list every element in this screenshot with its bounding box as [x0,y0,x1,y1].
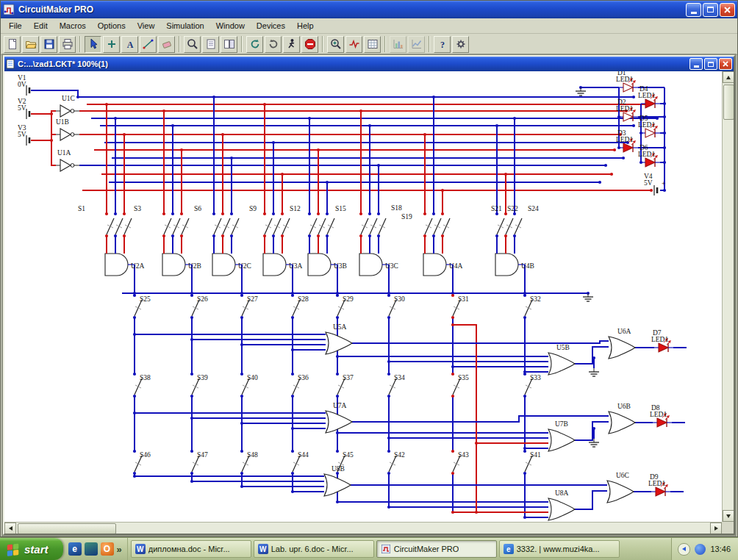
wire-tool-button[interactable] [140,36,157,53]
rotate-button[interactable] [246,36,263,53]
maximize-button[interactable] [703,3,718,17]
taskbar-task-word[interactable]: WLab. upr. 6.doc - Micr... [254,540,374,558]
scroll-down-button[interactable] [723,510,734,522]
switch[interactable] [273,218,281,234]
switch[interactable] [318,218,326,234]
switch[interactable] [434,218,441,234]
menu-file[interactable]: File [3,19,28,32]
switch[interactable] [379,218,386,234]
menu-devices[interactable]: Devices [251,19,291,32]
switch[interactable] [107,218,114,234]
switch[interactable] [425,218,432,234]
scroll-right-button[interactable] [710,523,722,534]
undo-button[interactable] [265,36,282,53]
open-button[interactable] [22,36,39,53]
taskbar-task-cm[interactable]: CircuitMaker PRO [376,540,497,558]
or-gate-U6C[interactable] [607,481,634,503]
or-gate-U7B[interactable] [548,429,575,451]
switch[interactable] [497,218,504,234]
or-gate-U6A[interactable] [609,337,635,359]
doc-minimize-button[interactable] [689,58,703,70]
quicklaunch-internet-icon[interactable]: e [68,542,82,556]
switch[interactable] [515,218,522,234]
switch[interactable] [232,218,239,234]
switch[interactable] [370,218,377,234]
new-sheet-button[interactable] [202,36,219,53]
probe-tool-button[interactable] [327,36,344,53]
tray-agent-icon[interactable] [695,544,706,555]
document-titlebar[interactable]: C:...\zad1.CKT* 100%(1) [4,57,734,71]
help-button[interactable]: ? [434,36,451,53]
or-gate-U5B[interactable] [548,353,575,375]
and-gate-U3C[interactable] [359,254,389,276]
print-button[interactable] [59,36,76,53]
inverter-U1C[interactable] [56,105,79,117]
menu-help[interactable]: Help [291,19,320,32]
text-tool-button[interactable]: A [121,36,138,53]
switch[interactable] [265,218,272,234]
switch[interactable] [164,218,171,234]
options-button[interactable] [452,36,469,53]
taskbar-task-word[interactable]: Wдипломна.doc - Micr... [131,540,251,558]
taskbar-task-ie[interactable]: e3332. | www.muzi4ka... [499,540,620,558]
save-button[interactable] [40,36,57,53]
new-button[interactable] [4,36,21,53]
select-tool-button[interactable] [85,36,101,53]
app-titlebar[interactable]: CircuitMaker PRO [1,1,737,18]
source-V3[interactable] [26,135,29,146]
and-gate-U4A[interactable] [423,254,453,276]
or-gate-U5A[interactable] [326,332,352,354]
source-V2[interactable] [26,109,29,119]
zoom-tool-button[interactable] [184,36,201,53]
switch[interactable] [506,218,513,234]
doc-close-button[interactable] [719,58,732,70]
scroll-up-button[interactable] [723,71,734,83]
menu-simulation[interactable]: Simulation [160,19,209,32]
run-simulation-button[interactable] [283,36,300,53]
switch[interactable] [124,218,132,234]
menu-edit[interactable]: Edit [28,19,54,32]
schematic[interactable]: V10VV25VV35VV45V+U1CU1BU1AU2AU2BU2CU3AU3… [4,71,723,522]
close-button[interactable] [720,3,735,17]
minimize-button[interactable] [686,3,701,17]
inverter-U1B[interactable] [56,129,79,140]
place-part-button[interactable] [103,36,120,53]
menu-macros[interactable]: Macros [54,19,92,32]
scroll-left-button[interactable] [4,523,16,534]
delete-tool-button[interactable] [158,36,175,53]
menu-options[interactable]: Options [92,19,132,32]
stop-simulation-button[interactable] [301,36,318,53]
source-V4[interactable] [654,185,657,195]
vertical-scrollbar[interactable] [722,71,734,522]
switch[interactable] [327,218,334,234]
waveform-button[interactable] [345,36,362,53]
tray-hide-chevron-icon[interactable] [678,543,690,556]
vertical-scroll-thumb[interactable] [723,85,734,120]
source-V1[interactable] [26,85,29,96]
switch[interactable] [214,218,221,234]
schematic-canvas[interactable]: V10VV25VV35VV45V+U1CU1BU1AU2AU2BU2CU3AU3… [4,71,734,534]
and-gate-U3B[interactable] [308,254,337,276]
and-gate-U2B[interactable] [162,254,192,276]
switch[interactable] [309,218,317,234]
menu-window[interactable]: Window [210,19,251,32]
horizontal-scrollbar[interactable] [4,522,722,534]
split-view-button[interactable] [221,36,237,53]
grid-button[interactable] [364,36,381,53]
quicklaunch-media-icon[interactable]: O [101,542,114,556]
switch[interactable] [443,218,450,234]
menu-view[interactable]: View [132,19,161,32]
switch[interactable] [115,218,123,234]
doc-restore-button[interactable] [704,58,717,70]
quicklaunch-overflow-chevron-icon[interactable]: » [117,544,122,555]
or-gate-U8A[interactable] [548,498,575,520]
or-gate-U6B[interactable] [609,412,635,434]
switch[interactable] [361,218,368,234]
or-gate-U7A[interactable] [326,411,352,433]
and-gate-U3A[interactable] [263,254,293,276]
inverter-U1A[interactable] [56,159,79,171]
switch[interactable] [223,218,230,234]
switch[interactable] [282,218,290,234]
switch[interactable] [182,218,189,234]
clock[interactable]: 13:46 [710,545,731,553]
